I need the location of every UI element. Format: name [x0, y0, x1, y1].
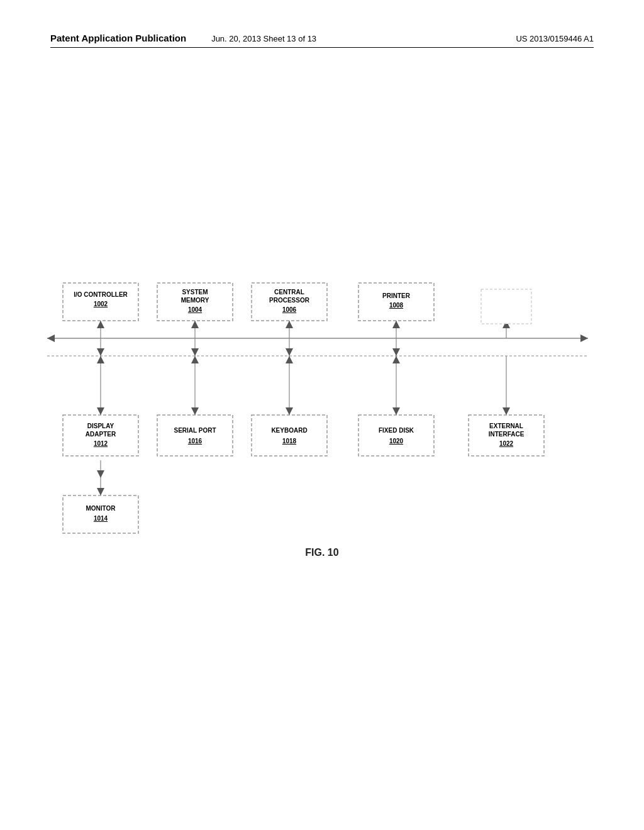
svg-text:EXTERNAL: EXTERNAL [489, 423, 523, 429]
svg-text:INTERFACE: INTERFACE [489, 431, 525, 438]
svg-text:MEMORY: MEMORY [181, 297, 209, 304]
svg-marker-2 [580, 335, 588, 342]
svg-text:1008: 1008 [389, 302, 404, 309]
svg-text:1022: 1022 [499, 440, 514, 447]
svg-marker-74 [392, 356, 400, 363]
svg-text:PRINTER: PRINTER [382, 292, 411, 299]
svg-rect-45 [481, 289, 531, 324]
figure-caption: FIG. 10 [0, 547, 644, 558]
svg-marker-71 [286, 356, 293, 363]
svg-text:DISPLAY: DISPLAY [87, 423, 114, 429]
svg-marker-24 [502, 407, 510, 415]
page-header: Patent Application Publication Jun. 20, … [50, 33, 594, 48]
svg-marker-16 [392, 321, 400, 328]
svg-marker-12 [286, 321, 293, 328]
svg-marker-29 [97, 488, 104, 495]
svg-rect-63 [63, 495, 138, 533]
svg-marker-8 [191, 321, 199, 328]
svg-marker-75 [97, 356, 104, 363]
svg-text:1020: 1020 [389, 438, 404, 445]
svg-text:1004: 1004 [188, 306, 203, 313]
svg-marker-27 [97, 470, 104, 478]
svg-text:SERIAL PORT: SERIAL PORT [174, 427, 216, 434]
svg-text:PROCESSOR: PROCESSOR [269, 297, 310, 304]
publication-date: Jun. 20, 2013 Sheet 13 of 13 [211, 34, 491, 43]
svg-marker-73 [392, 407, 400, 415]
svg-text:CENTRAL: CENTRAL [274, 289, 304, 296]
patent-number: US 2013/0159446 A1 [516, 34, 594, 43]
svg-text:MONITOR: MONITOR [86, 505, 116, 512]
svg-rect-56 [358, 415, 434, 456]
svg-marker-67 [191, 407, 199, 415]
svg-marker-10 [191, 348, 199, 356]
svg-marker-68 [191, 356, 199, 363]
page: Patent Application Publication Jun. 20, … [0, 0, 644, 830]
svg-text:1002: 1002 [94, 301, 108, 307]
svg-text:1006: 1006 [282, 306, 297, 313]
svg-text:I/O CONTROLLER: I/O CONTROLLER [74, 291, 128, 298]
svg-rect-53 [252, 415, 327, 456]
svg-text:FIXED DISK: FIXED DISK [379, 427, 414, 434]
svg-marker-4 [97, 321, 104, 328]
svg-text:SYSTEM: SYSTEM [182, 289, 208, 296]
svg-marker-22 [97, 407, 104, 415]
svg-marker-1 [47, 335, 55, 342]
svg-marker-6 [97, 348, 104, 356]
svg-text:1018: 1018 [282, 438, 297, 445]
svg-text:ADAPTER: ADAPTER [86, 431, 116, 438]
diagram-svg: I/O CONTROLLER 1002 SYSTEM MEMORY 1004 C… [41, 270, 601, 541]
svg-text:1014: 1014 [94, 515, 108, 522]
svg-marker-70 [286, 407, 293, 415]
svg-text:1016: 1016 [188, 438, 203, 445]
publication-title: Patent Application Publication [50, 33, 186, 43]
svg-rect-50 [157, 415, 233, 456]
svg-marker-18 [392, 348, 400, 356]
svg-marker-14 [286, 348, 293, 356]
svg-text:1012: 1012 [94, 440, 108, 447]
svg-text:KEYBOARD: KEYBOARD [271, 427, 307, 434]
